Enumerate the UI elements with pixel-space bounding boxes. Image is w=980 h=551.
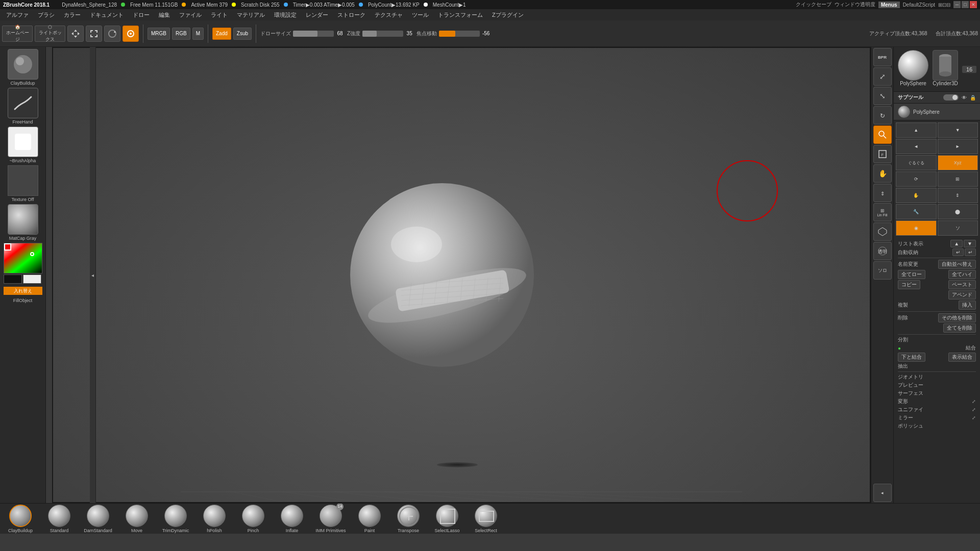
draw-size-slider[interactable]: [293, 31, 334, 37]
window-trans[interactable]: ウィンドウ透明度: [835, 1, 875, 8]
subtool-down-btn[interactable]: ▼: [938, 122, 978, 138]
bpr-button[interactable]: BPR: [873, 48, 892, 66]
menu-tool[interactable]: ツール: [408, 10, 433, 20]
z-intensity-slider[interactable]: [362, 31, 403, 37]
insert-btn[interactable]: 挿入: [959, 300, 976, 310]
color-picker[interactable]: [4, 243, 42, 284]
tray-damstandard[interactable]: DamStandard: [83, 505, 113, 533]
subtool-item-row[interactable]: PolySphere: [894, 104, 980, 120]
lock-icon[interactable]: 🔒: [970, 95, 976, 101]
auto-save-up-btn[interactable]: ↵: [952, 248, 964, 256]
rotate-icon-btn[interactable]: [104, 26, 120, 42]
menu-material[interactable]: マテリアル: [233, 10, 269, 20]
texture-off[interactable]: Texture Off: [4, 165, 42, 202]
tray-inflate[interactable]: Inflate: [277, 505, 307, 533]
viewport[interactable]: [52, 47, 871, 503]
freehand-brush[interactable]: FreeHand: [4, 88, 42, 124]
subtool-orange-btn[interactable]: ◉: [896, 220, 937, 236]
append-btn[interactable]: アペンド: [948, 290, 976, 299]
menu-alpha[interactable]: アルファ: [2, 10, 33, 20]
tray-paint[interactable]: Paint: [354, 505, 385, 533]
menu-file[interactable]: ファイル: [175, 10, 206, 20]
delete-other-btn[interactable]: その他を削除: [938, 313, 976, 322]
tray-transpose[interactable]: Transpose: [393, 505, 424, 533]
subtool-refresh-btn[interactable]: ⟳: [896, 171, 937, 187]
subtool-left-btn[interactable]: ◄: [896, 139, 937, 154]
subtool-up-btn[interactable]: ▲: [896, 122, 937, 138]
lightbox-button[interactable]: ⬡ ライトボックス: [35, 26, 65, 42]
default-script[interactable]: DefaultZScript: [903, 2, 935, 8]
tray-selectlasso[interactable]: SelectLasso: [432, 505, 462, 533]
auto-sort-btn[interactable]: 自動並べ替え: [938, 260, 976, 269]
menus-button[interactable]: Menus: [878, 2, 900, 8]
eye-icon[interactable]: 👁: [962, 95, 967, 101]
clay-buildup-brush[interactable]: ClayBuildup: [4, 49, 42, 86]
list-up-btn[interactable]: ▲: [950, 240, 963, 247]
tray-pinch[interactable]: Pinch: [238, 505, 268, 533]
move-icon-btn[interactable]: [67, 26, 84, 42]
auto-save-down-btn[interactable]: ↵: [965, 248, 976, 256]
brush-alpha[interactable]: ~BrushAlpha: [4, 127, 42, 163]
frame-button[interactable]: F: [873, 145, 892, 163]
cylinder3d-item[interactable]: Cylinder3D: [933, 50, 958, 88]
close-button[interactable]: ✕: [970, 1, 977, 8]
menu-texture[interactable]: テクスチャ: [371, 10, 407, 20]
transparent-button[interactable]: 透明: [873, 242, 892, 260]
linfill-button[interactable]: ⊞ Lin Fill: [873, 203, 892, 221]
menu-draw[interactable]: ドロー: [129, 10, 154, 20]
tray-move[interactable]: Move: [121, 505, 152, 533]
zsub-button[interactable]: Zsub: [233, 28, 252, 40]
subtool-toggle[interactable]: [943, 94, 959, 101]
tray-trimdynamic[interactable]: TrimDynamic: [160, 505, 191, 533]
tray-selectrect[interactable]: SelectRect: [471, 505, 501, 533]
swatch-black[interactable]: [4, 274, 22, 284]
viewport-scale-btn[interactable]: ⤡: [873, 87, 892, 105]
maximize-button[interactable]: □: [962, 1, 969, 8]
solo-button[interactable]: ソロ: [873, 261, 892, 280]
scale-icon-btn[interactable]: [86, 26, 102, 42]
quick-save[interactable]: クイックセーブ: [796, 1, 831, 8]
copy-btn[interactable]: コピー: [898, 280, 920, 289]
zadd-button[interactable]: Zadd: [212, 28, 231, 40]
paste-btn[interactable]: ペースト: [948, 280, 976, 289]
polysphere-item[interactable]: PolySphere: [898, 50, 928, 88]
poly-button[interactable]: [873, 222, 892, 241]
matcap-gray[interactable]: MatCap Gray: [4, 204, 42, 241]
m-button[interactable]: M: [192, 28, 204, 40]
left-panel-collapse[interactable]: ◂: [90, 47, 96, 503]
subtool-func4-btn[interactable]: ⇕: [938, 188, 978, 203]
menu-env[interactable]: 環境設定: [270, 10, 301, 20]
viewport-move-btn[interactable]: ⤢: [873, 67, 892, 86]
merge-down-btn[interactable]: 下と結合: [898, 353, 925, 362]
menu-document[interactable]: ドキュメント: [86, 10, 128, 20]
fill-object-button[interactable]: FillObject: [13, 298, 33, 303]
focal-shift-slider[interactable]: [439, 31, 480, 37]
tray-standard[interactable]: Standard: [44, 505, 75, 533]
subtool-func6-btn[interactable]: ⬤: [938, 204, 978, 219]
viewport-zoom-btn[interactable]: [873, 126, 892, 144]
all-low-btn[interactable]: 全てロー: [898, 270, 925, 279]
menu-zplugin[interactable]: Zプラグイン: [488, 10, 528, 20]
subtool-func7-btn[interactable]: ソ: [938, 220, 978, 236]
delete-all-btn[interactable]: 全てを削除: [943, 323, 976, 333]
menu-render[interactable]: レンダー: [302, 10, 332, 20]
subtool-func5-btn[interactable]: 🔧: [896, 204, 937, 219]
rgb-button[interactable]: RGB: [172, 28, 190, 40]
tray-claybuildup[interactable]: ClayBuildup: [5, 505, 36, 533]
list-down-btn[interactable]: ▼: [964, 240, 976, 247]
menu-transform[interactable]: トランスフォーム: [434, 10, 487, 20]
subtool-right-btn[interactable]: ►: [938, 139, 978, 154]
swap-button[interactable]: 入れ替え: [4, 287, 42, 295]
tray-hpolish[interactable]: hPolish: [199, 505, 230, 533]
minimize-button[interactable]: ─: [953, 1, 961, 8]
home-button[interactable]: 🏠 ホームページ: [2, 26, 33, 42]
zoom-ud-button[interactable]: ⇕: [873, 184, 892, 202]
right-viewport-collapse[interactable]: ◂: [873, 484, 892, 502]
mrgb-button[interactable]: MRGB: [148, 28, 170, 40]
swatch-white[interactable]: [23, 274, 41, 284]
tray-imm-primitives[interactable]: 14 IMM Primitives: [315, 505, 346, 533]
merge-visible-btn[interactable]: 表示結合: [948, 353, 976, 362]
menu-edit[interactable]: 編集: [155, 10, 174, 20]
color-swatch[interactable]: [4, 243, 42, 273]
menu-light[interactable]: ライト: [207, 10, 232, 20]
